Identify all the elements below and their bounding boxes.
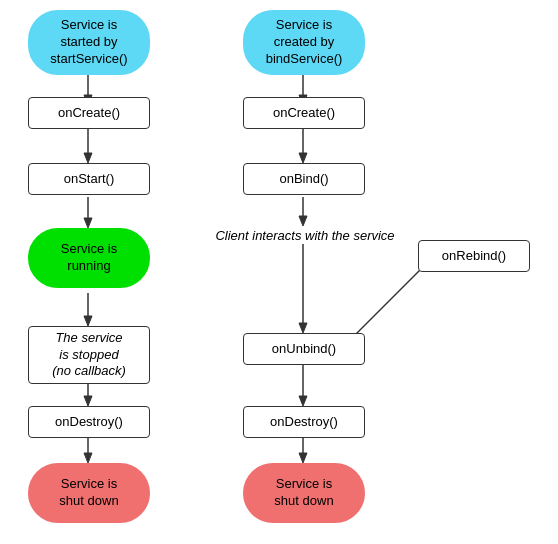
svg-marker-9 — [84, 396, 92, 406]
onstart-label: onStart() — [64, 171, 115, 188]
client-interacts-node: Client interacts with the service — [195, 226, 415, 246]
right-ondestroy-label: onDestroy() — [270, 414, 338, 431]
right-oncreate-label: onCreate() — [273, 105, 335, 122]
svg-marker-3 — [84, 153, 92, 163]
service-running-node: Service is running — [28, 228, 150, 288]
svg-line-24 — [350, 260, 430, 340]
onrebind-node: onRebind() — [418, 240, 530, 272]
right-shutdown-label: Service is shut down — [274, 476, 333, 510]
right-shutdown-node: Service is shut down — [243, 463, 365, 523]
diagram: Service is started by startService() Ser… — [0, 0, 558, 544]
svg-marker-7 — [84, 316, 92, 326]
svg-marker-15 — [299, 153, 307, 163]
bind-service-label: Service is created by bindService() — [266, 17, 343, 68]
start-service-label: Service is started by startService() — [50, 17, 127, 68]
svg-marker-21 — [299, 396, 307, 406]
left-shutdown-label: Service is shut down — [59, 476, 118, 510]
right-oncreate-node: onCreate() — [243, 97, 365, 129]
bind-service-node: Service is created by bindService() — [243, 10, 365, 75]
client-interacts-label: Client interacts with the service — [215, 228, 394, 245]
left-ondestroy-node: onDestroy() — [28, 406, 150, 438]
service-running-label: Service is running — [61, 241, 117, 275]
right-ondestroy-node: onDestroy() — [243, 406, 365, 438]
onunbind-node: onUnbind() — [243, 333, 365, 365]
onbind-node: onBind() — [243, 163, 365, 195]
svg-marker-11 — [84, 453, 92, 463]
start-service-node: Service is started by startService() — [28, 10, 150, 75]
left-oncreate-node: onCreate() — [28, 97, 150, 129]
service-stopped-label: The service is stopped (no callback) — [52, 330, 126, 381]
onbind-label: onBind() — [279, 171, 328, 188]
svg-marker-23 — [299, 453, 307, 463]
left-oncreate-label: onCreate() — [58, 105, 120, 122]
onstart-node: onStart() — [28, 163, 150, 195]
left-ondestroy-label: onDestroy() — [55, 414, 123, 431]
service-stopped-node: The service is stopped (no callback) — [28, 326, 150, 384]
svg-marker-5 — [84, 218, 92, 228]
svg-marker-17 — [299, 216, 307, 226]
svg-marker-19 — [299, 323, 307, 333]
onrebind-label: onRebind() — [442, 248, 506, 265]
onunbind-label: onUnbind() — [272, 341, 336, 358]
left-shutdown-node: Service is shut down — [28, 463, 150, 523]
